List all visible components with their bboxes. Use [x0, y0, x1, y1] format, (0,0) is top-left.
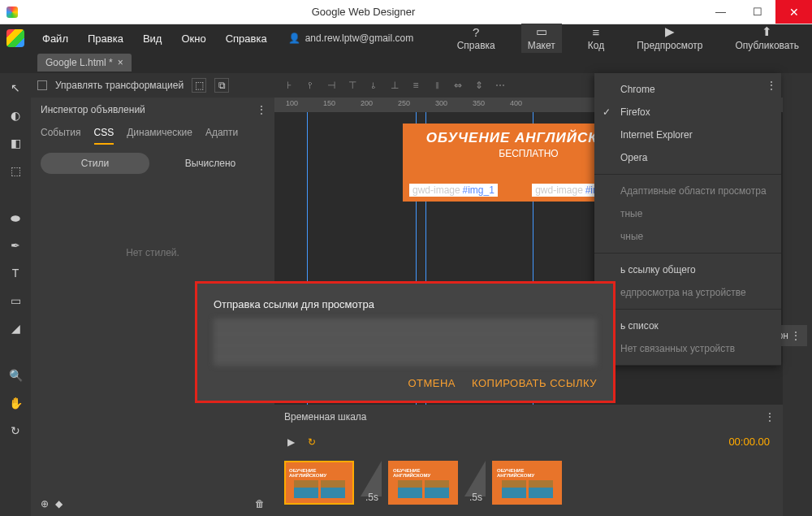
dropdown-item-sharelink[interactable]: ь ссылку общего [594, 258, 781, 281]
rect-tool-icon[interactable]: ▭ [6, 291, 25, 310]
inspector-title: Инспектор объявлений [41, 104, 145, 115]
dropdown-item-ie[interactable]: Internet Explorer [594, 124, 781, 146]
pointer-tool-icon[interactable]: ↖ [6, 78, 25, 98]
layout-button[interactable]: ▭ Макет [521, 24, 562, 53]
user-account[interactable]: 👤 and.rew.lptw@gmail.com [288, 33, 414, 44]
inspector-menu-icon[interactable]: ⋮ [257, 104, 265, 115]
tab-adaptive[interactable]: Адапти [205, 122, 238, 145]
rotate-tool-icon[interactable]: ↻ [6, 421, 25, 440]
dropdown-item-list[interactable]: ь список [594, 314, 781, 337]
help-button[interactable]: ? Справка [451, 24, 502, 53]
code-label: Код [588, 40, 604, 51]
preview-dropdown: ⋮ Chrome Firefox Internet Explorer Opera… [594, 73, 781, 366]
frame-title: ОБУЧЕНИЕ АНГЛИЙСКОМУ [289, 468, 349, 478]
copy-link-button[interactable]: КОПИРОВАТЬ ССЫЛКУ [472, 377, 597, 389]
tab-events[interactable]: События [41, 122, 81, 145]
inspector-footer: ⊕ ◆ 🗑 [31, 492, 274, 516]
close-button[interactable] [775, 0, 812, 24]
copy-style-icon[interactable]: ◆ [55, 498, 63, 509]
tag-tool-icon[interactable]: ⬬ [6, 208, 25, 228]
options-bar: Управлять трансформацией ⬚ ⧉ [31, 73, 274, 98]
tools-sidebar: ↖ ◐ ◧ ⬚ ⬬ ✒ T ▭ ◢ 🔍 ✋ ↻ [0, 73, 31, 516]
more-align-icon[interactable]: ⋯ [492, 77, 508, 93]
menu-window[interactable]: Окно [173, 28, 214, 50]
delete-style-icon[interactable]: 🗑 [255, 498, 265, 509]
app-menubar: Файл Правка Вид Окно Справка 👤 and.rew.l… [0, 24, 812, 52]
timeline-title: Временная шкала [284, 411, 367, 423]
image-label-1[interactable]: gwd-image #img_1 [409, 184, 498, 197]
cancel-button[interactable]: ОТМЕНА [408, 377, 456, 389]
menu-edit[interactable]: Правка [80, 28, 132, 50]
file-tab-name: Google L.html * [45, 57, 113, 68]
menu-view[interactable]: Вид [135, 28, 171, 50]
user-email: and.rew.lptw@gmail.com [305, 33, 414, 44]
align-middle-icon[interactable]: ⫰ [365, 77, 382, 93]
computed-button[interactable]: Вычислено [156, 153, 265, 174]
preview-icon: ▶ [663, 25, 677, 38]
fill-tool-icon[interactable]: ◢ [6, 319, 25, 338]
maximize-button[interactable] [739, 0, 775, 24]
menu-help[interactable]: Справка [218, 28, 275, 50]
code-button[interactable]: ≡ Код [581, 24, 611, 53]
align-top-icon[interactable]: ⊤ [344, 77, 361, 93]
tab-css[interactable]: CSS [94, 122, 114, 145]
opt-icon-1[interactable]: ⬚ [192, 78, 206, 93]
text-tool-icon[interactable]: T [6, 263, 25, 283]
preview-button[interactable]: ▶ Предпросмотр [630, 24, 709, 53]
align-center-icon[interactable]: ⫯ [302, 77, 318, 93]
dropdown-item-firefox[interactable]: Firefox [594, 101, 781, 124]
code-icon: ≡ [589, 25, 603, 38]
keyframe[interactable]: ОБУЧЕНИЕ АНГЛИЙСКОМУ [388, 461, 458, 505]
close-tab-icon[interactable]: × [118, 57, 123, 68]
minimize-button[interactable] [702, 0, 739, 24]
user-icon: 👤 [288, 33, 300, 44]
help-icon: ? [469, 25, 483, 38]
dropdown-item-chrome[interactable]: Chrome [594, 78, 781, 101]
shape3d-tool-icon[interactable]: ◐ [6, 106, 25, 125]
dropdown-footer: Нет связанных устройств [594, 337, 781, 360]
zoom-tool-icon[interactable]: 🔍 [6, 366, 25, 385]
dropdown-item-adaptive[interactable]: Адаптивные области просмотра [594, 180, 781, 202]
transform-label: Управлять трансформацией [55, 80, 184, 91]
cube-tool-icon[interactable]: ◧ [6, 133, 25, 153]
file-tab[interactable]: Google L.html * × [37, 54, 132, 72]
timeline-menu-icon[interactable]: ⋮ [765, 411, 773, 423]
layout-label: Макет [528, 40, 555, 51]
spacing-icon[interactable]: ⇔ [450, 77, 466, 93]
timeline-time: 00:00.00 [728, 436, 770, 448]
styles-button[interactable]: Стили [41, 153, 149, 174]
add-style-icon[interactable]: ⊕ [41, 498, 49, 509]
element-tool-icon[interactable]: ⬚ [6, 161, 25, 180]
kebab-icon[interactable]: ⋮ [791, 330, 799, 341]
publish-button[interactable]: ⬆ Опубликовать [729, 24, 806, 53]
pen-tool-icon[interactable]: ✒ [6, 236, 25, 255]
opt-icon-2[interactable]: ⧉ [214, 78, 229, 93]
window-controls [702, 0, 812, 24]
loop-icon[interactable]: ↻ [308, 436, 316, 448]
dropdown-item-opera[interactable]: Opera [594, 146, 781, 169]
transition[interactable]: .5s [464, 461, 486, 505]
spacing2-icon[interactable]: ⇕ [471, 77, 487, 93]
tab-dynamic[interactable]: Динамические [127, 122, 192, 145]
app-window-icon [0, 0, 24, 24]
frame-title: ОБУЧЕНИЕ АНГЛИЙСКОМУ [393, 468, 453, 478]
transform-checkbox[interactable] [37, 80, 47, 90]
keyframe[interactable]: ОБУЧЕНИЕ АНГЛИЙСКОМУ [492, 461, 562, 505]
dist-h-icon[interactable]: ≡ [408, 77, 424, 93]
dropdown-item[interactable]: чные [594, 225, 781, 248]
app-logo-icon [6, 29, 24, 47]
align-bottom-icon[interactable]: ⊥ [387, 77, 403, 93]
hand-tool-icon[interactable]: ✋ [6, 393, 25, 413]
preview-label: Предпросмотр [637, 40, 702, 51]
menu-file[interactable]: Файл [34, 28, 76, 50]
keyframe[interactable]: ОБУЧЕНИЕ АНГЛИЙСКОМУ [284, 461, 354, 505]
transition[interactable]: .5s [361, 461, 382, 505]
align-right-icon[interactable]: ⊣ [323, 77, 339, 93]
dist-v-icon[interactable]: ⦀ [429, 77, 445, 93]
dropdown-item[interactable]: тные [594, 202, 781, 225]
window-title: Google Web Designer [24, 6, 702, 18]
banner-subtitle: БЕСПЛАТНО [499, 148, 558, 159]
frame-title: ОБУЧЕНИЕ АНГЛИЙСКОМУ [497, 468, 557, 478]
play-icon[interactable]: ▶ [287, 436, 295, 448]
align-left-icon[interactable]: ⊦ [281, 77, 297, 93]
